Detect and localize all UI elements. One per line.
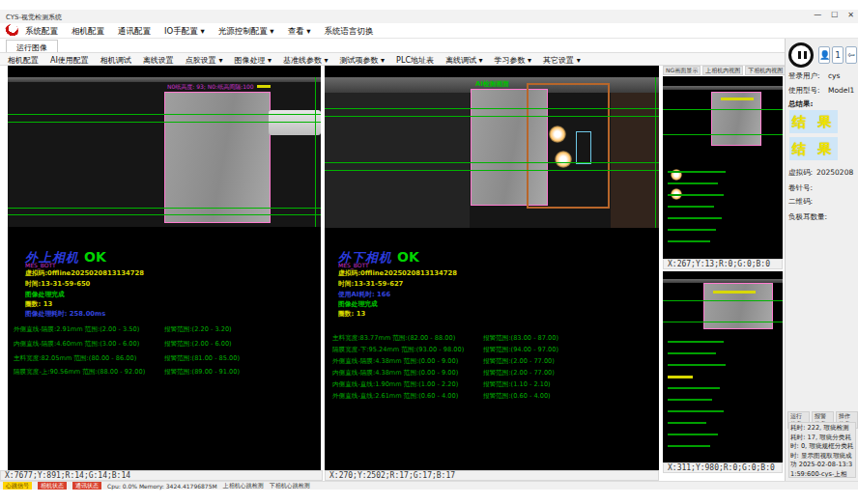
thumb-viewport-top[interactable]	[663, 76, 783, 259]
baseline-line	[325, 116, 659, 117]
measure-row: 隔膜宽度-上:90.56mm 范围:(88.00 - 92.00)	[14, 368, 145, 377]
overlay-text-bar	[668, 445, 710, 447]
overlay-text-bar	[668, 229, 716, 231]
tool-camera-debug[interactable]: 相机调试	[100, 55, 131, 66]
mid-process-done: 图像处理完成	[338, 299, 378, 309]
count-button[interactable]: 1	[832, 46, 844, 64]
tool-test-params[interactable]: 测试项参数 ▾	[340, 55, 386, 66]
baseline-line	[325, 162, 659, 163]
login-value[interactable]: cys	[828, 71, 840, 80]
qr-label: 二维码:	[788, 197, 813, 207]
thumb-top-status: X:267;Y:13;R:0;G:0;B:0	[663, 259, 783, 269]
menu-camera-config[interactable]: 相机配置	[72, 26, 104, 38]
camera-ok-status: OK	[84, 249, 106, 265]
overlay-marker	[721, 98, 754, 100]
result-box-top: 结 果	[789, 110, 838, 133]
measure-row: 主料宽度:83.77mm 范围:(82.00 - 88.00)	[332, 334, 455, 343]
toolbar: 相机配置 AI使用配置 相机调试 离线设置 点胶设置 ▾ 图像处理 ▾ 基准线参…	[0, 52, 858, 66]
menu-view[interactable]: 查看 ▾	[288, 26, 311, 38]
measure-row: 内侧直线-隔膜:4.60mm 范围:(3.00 - 6.00)	[14, 340, 139, 349]
glow-spot	[549, 126, 566, 143]
tab-run-image[interactable]: 运行图像	[6, 40, 58, 52]
tool-offline-debug[interactable]: 离线调试 ▾	[445, 55, 483, 66]
tab-ng-display[interactable]: NG画面显示	[663, 66, 701, 75]
mid-turns: 圈数: 13	[338, 309, 365, 319]
mid-barcode: 虚拟码:0ffline2025020813134728	[338, 268, 457, 278]
measure-row: 主料宽度:82.05mm 范围:(80.00 - 86.00)	[14, 354, 136, 363]
overlay-text-bar	[668, 182, 718, 184]
tab-count-label: 负极耳数量:	[788, 212, 827, 222]
run-log[interactable]: 耗时: 222, 瑕疵检测耗时: 17, 瑕疵分类耗时: 0, 瑕疵规框分类耗时…	[788, 422, 856, 478]
app-window: CYS-视觉检测系统 — ☐ ✕ 系统配置 相机配置 通讯配置 IO手配置 ▾ …	[0, 0, 858, 504]
model-value[interactable]: Model1	[828, 86, 854, 95]
ai-detect-roi	[527, 83, 610, 209]
mid-camera-viewport[interactable]: AI检测画面 外下相机 OK MES_BOTT 虚拟码:0ffline20250…	[325, 66, 659, 470]
left-camera-viewport[interactable]: N0纸高度: 93; N0:纸高间隔:100 外上相机 OK MES_BOTT …	[8, 66, 321, 470]
minimize-icon[interactable]: —	[814, 11, 821, 19]
baseline-line	[8, 122, 321, 123]
machine-rail	[663, 86, 783, 90]
pause-button[interactable]	[788, 42, 814, 68]
maximize-icon[interactable]: ☐	[831, 11, 838, 19]
menu-io-config[interactable]: IO手配置 ▾	[164, 26, 205, 38]
comm-state-badge: 通讯状态	[72, 482, 101, 490]
overlay-text-bar	[668, 422, 706, 424]
baseline-line	[325, 170, 659, 171]
overlay-text-bar	[668, 194, 724, 196]
result-box-bottom: 结 果	[789, 137, 838, 160]
tab-upper-view[interactable]: 上相机内视图	[702, 66, 743, 75]
baseline-vline	[655, 77, 656, 228]
menubar: 系统配置 相机配置 通讯配置 IO手配置 ▾ 光源控制配置 ▾ 查看 ▾ 系统语…	[0, 23, 858, 39]
total-result-label: 总结果:	[788, 99, 814, 109]
mid-time: 时间:13-31-59-627	[338, 279, 403, 289]
left-image-label: N0纸高度: 93; N0:纸高间隔:100	[167, 83, 254, 92]
menu-system-config[interactable]: 系统配置	[25, 26, 58, 38]
baseline-line	[8, 214, 321, 215]
tool-baseline-params[interactable]: 基准线参数 ▾	[283, 55, 329, 66]
tool-ai-usage[interactable]: AI使用配置	[50, 55, 89, 66]
tool-camera-config[interactable]: 相机配置	[8, 55, 39, 66]
user-lock-button[interactable]: 👤	[818, 46, 830, 64]
tab-lower-view[interactable]: 下相机内视图	[745, 66, 786, 75]
titlebar: CYS-视觉检测系统 — ☐ ✕	[0, 10, 858, 23]
tool-offline-setting[interactable]: 离线设置	[143, 55, 174, 66]
overlay-text-bar	[668, 206, 714, 208]
menu-comm-config[interactable]: 通讯配置	[118, 26, 151, 38]
tool-learn-params[interactable]: 学习参数 ▾	[495, 55, 532, 66]
mid-image-label: AI检测画面	[475, 79, 509, 89]
close-icon[interactable]: ✕	[847, 11, 854, 19]
overlay-text-bar	[668, 341, 724, 343]
tool-other-setting[interactable]: 其它设置 ▾	[543, 55, 581, 66]
alarm-range: 报警范围:(94.00 - 97.00)	[483, 346, 558, 354]
tool-image-process[interactable]: 图像处理 ▾	[234, 55, 272, 66]
glow-spot	[555, 151, 572, 168]
exit-arrow-button[interactable]: ⇦	[845, 46, 857, 64]
alarm-range: 报警范围:(83.00 - 87.00)	[483, 334, 558, 343]
vcode-value: 20250208	[816, 168, 853, 177]
menu-language-switch[interactable]: 系统语言切换	[325, 26, 374, 38]
left-turns: 圈数: 13	[25, 299, 52, 309]
overlay-marker	[713, 291, 756, 294]
alarm-range: 报警范围:(89.00 - 91.00)	[164, 368, 240, 377]
tool-glue-setting[interactable]: 点胶设置 ▾	[186, 55, 223, 66]
overlay-text-bar	[668, 376, 693, 378]
menu-light-config[interactable]: 光源控制配置 ▾	[218, 26, 274, 38]
measure-row: 外侧直线-隔膜:2.91mm 范围:(2.00 - 3.50)	[14, 325, 139, 334]
baseline-line	[663, 322, 783, 322]
mid-cursor-status: X:270;Y:2502;R:17;G:17;B:17	[325, 470, 659, 481]
app-logo-icon	[3, 22, 20, 40]
alarm-range: 报警范围:(2.00 - 77.00)	[483, 369, 555, 378]
tool-plc-table[interactable]: PLC地址表	[396, 55, 434, 66]
measure-row: 内侧直线-隔膜:4.38mm 范围:(0.00 - 9.00)	[332, 369, 458, 378]
vcode-label: 虚拟码:	[788, 168, 813, 178]
cpu-memory-text: Cpu: 0.0% Memory: 3424.41796875M	[107, 483, 217, 490]
window-title: CYS-视觉检测系统	[6, 13, 62, 22]
left-process-done: 图像处理完成	[25, 290, 65, 299]
thumb-viewport-bottom[interactable]	[663, 271, 783, 462]
alarm-range: 报警范围:(2.20 - 3.20)	[164, 325, 232, 334]
baseline-line	[8, 208, 321, 209]
measure-row: 内侧直线-直线:1.90mm 范围:(1.00 - 2.20)	[332, 380, 458, 389]
baseline-line	[8, 114, 321, 115]
needle-label: 卷针号:	[788, 183, 813, 193]
overlay-text-bar	[668, 171, 726, 173]
